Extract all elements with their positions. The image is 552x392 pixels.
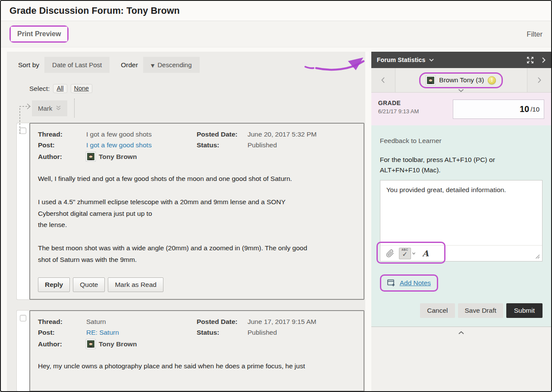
checkbox-column [16, 123, 29, 300]
post-row-1: Thread: I got a few good shots Posted Da… [16, 123, 364, 300]
mark-label: Mark [38, 105, 52, 112]
reply-button[interactable]: Reply [38, 277, 70, 292]
author-label: Author: [38, 340, 86, 348]
order-dropdown[interactable]: ▼Descending [143, 57, 200, 73]
add-notes-link[interactable]: Add Notes [400, 279, 431, 287]
current-student: Brown Tony (3) ! [395, 68, 527, 92]
avatar [86, 339, 95, 348]
status-label: Status: [197, 329, 248, 336]
sort-by-dropdown[interactable]: Date of Last Post [44, 57, 110, 73]
grade-input-box: /10 [453, 100, 544, 119]
text-style-button[interactable]: A [420, 248, 432, 259]
post-paragraph: Well, I finally tried and got a few good… [38, 173, 356, 184]
forum-statistics-header: Forum Statistics [371, 52, 551, 68]
attach-file-button[interactable] [384, 248, 396, 259]
chevron-left-icon [381, 77, 385, 84]
status-label: Status: [197, 141, 248, 149]
post-meta: Thread: Saturn Posted Date: June 17, 201… [38, 318, 356, 348]
previous-student-button[interactable] [371, 68, 395, 92]
chevron-up-icon[interactable] [458, 331, 464, 335]
thread-list-container: Sort by Date of Last Post Order ▼Descend… [7, 52, 365, 391]
select-none-link[interactable]: None [71, 84, 93, 93]
chevron-right-icon [542, 57, 546, 63]
divider [74, 99, 75, 118]
grade-discussion-forum-page: Grade Discussion Forum: Tony Brown Print… [0, 0, 552, 392]
select-label: Select: [29, 85, 50, 93]
grading-buttons: Cancel Save Draft Submit [380, 303, 543, 318]
select-controls: Select: All None [29, 84, 364, 93]
order-value: Descending [157, 61, 191, 68]
chevron-down-icon[interactable] [458, 89, 464, 92]
forum-statistics-title[interactable]: Forum Statistics [377, 56, 426, 63]
expand-panel-button[interactable] [527, 56, 534, 64]
cancel-button[interactable]: Cancel [420, 303, 455, 318]
editor-toolbar: ABC ✓ A [380, 245, 542, 261]
add-notes-icon [387, 279, 395, 287]
grade-out-of: /10 [530, 106, 539, 113]
toolbar-hint: For the toolbar, press ALT+F10 (PC) or A… [380, 155, 524, 175]
needs-grading-icon: ! [488, 76, 496, 84]
feedback-label: Feedback to Learner [380, 137, 543, 145]
main-content: Sort by Date of Last Post Order ▼Descend… [1, 47, 551, 391]
title-bar: Grade Discussion Forum: Tony Brown [1, 1, 551, 21]
post-card: Thread: Saturn Posted Date: June 17, 201… [29, 310, 364, 391]
author-label: Author: [38, 153, 86, 161]
collapse-panel-button[interactable] [542, 57, 546, 63]
grade-input[interactable] [499, 104, 529, 114]
avatar [426, 76, 435, 85]
post-paragraph: The best moon shot was with a wide angle… [38, 243, 356, 265]
add-notes-highlight-ring: Add Notes [380, 274, 438, 292]
filter-button[interactable]: Filter [527, 30, 543, 38]
submit-button[interactable]: Submit [506, 303, 543, 318]
mark-as-read-button[interactable]: Mark as Read [108, 277, 163, 292]
post-link[interactable]: RE: Saturn [86, 329, 197, 336]
grade-label: GRADE [378, 100, 419, 106]
chevron-down-icon [412, 252, 415, 255]
grade-date: 6/21/17 9:13 AM [378, 108, 419, 115]
post-card: Thread: I got a few good shots Posted Da… [29, 123, 364, 300]
print-preview-button[interactable]: Print Preview [11, 27, 67, 41]
post-select-checkbox[interactable] [20, 315, 26, 321]
print-preview-highlight-ring: Print Preview [9, 25, 69, 43]
chevron-right-icon [537, 77, 542, 84]
grading-panel: Forum Statistics [371, 52, 551, 391]
sort-controls: Sort by Date of Last Post Order ▼Descend… [18, 57, 364, 73]
avatar [86, 152, 95, 161]
page-title: Grade Discussion Forum: Tony Brown [9, 6, 180, 16]
spellcheck-button[interactable]: ABC ✓ [399, 248, 411, 259]
status-value: Published [248, 141, 356, 149]
post-link[interactable]: I got a few good shots [86, 141, 197, 149]
author-cell: Tony Brown [86, 339, 197, 348]
post-paragraph: I used a 4.5" zhummell eclipse telescope… [38, 196, 356, 230]
status-value: Published [248, 329, 356, 336]
student-highlight-ring[interactable]: Brown Tony (3) ! [419, 72, 503, 88]
grade-info: GRADE 6/21/17 9:13 AM [378, 100, 419, 115]
posted-date-label: Posted Date: [197, 318, 248, 326]
quote-button[interactable]: Quote [73, 277, 105, 292]
save-draft-button[interactable]: Save Draft [458, 303, 503, 318]
descending-triangle-icon: ▼ [151, 63, 154, 68]
post-label: Post: [38, 141, 86, 149]
order-label: Order [121, 61, 138, 69]
paperclip-icon [386, 249, 394, 258]
student-navigation: Brown Tony (3) ! [371, 68, 551, 93]
post-body: Hey, my uncle owns a photography place a… [38, 361, 356, 372]
resize-handle[interactable] [534, 253, 540, 259]
thread-label: Thread: [38, 131, 86, 138]
posted-date-value: June 17, 2017 9:15 AM [248, 318, 356, 326]
checkbox-column [16, 310, 29, 391]
spellcheck-icon: ABC ✓ [401, 249, 408, 258]
mark-dropdown-button[interactable]: Mark [32, 100, 67, 116]
add-notes-row: Add Notes [380, 274, 543, 292]
feedback-textarea[interactable]: You provided great, detailed information… [380, 180, 542, 245]
select-all-link[interactable]: All [53, 84, 67, 93]
student-name: Brown Tony (3) [439, 76, 484, 84]
spellcheck-dropdown-button[interactable] [411, 248, 417, 259]
next-student-button[interactable] [527, 68, 551, 92]
thread-list-column: Sort by Date of Last Post Order ▼Descend… [1, 47, 365, 391]
apply-selection-arrow-icon [17, 102, 34, 136]
double-chevron-down-icon [56, 106, 61, 111]
post-actions: Reply Quote Mark as Read [38, 277, 356, 292]
post-label: Post: [38, 329, 86, 336]
sort-by-label: Sort by [18, 61, 39, 69]
